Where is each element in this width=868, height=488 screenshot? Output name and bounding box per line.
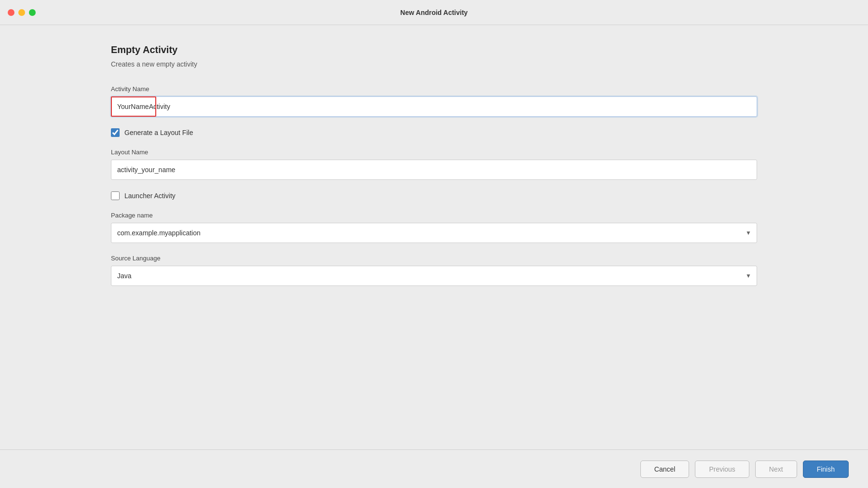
title-bar: New Android Activity <box>0 0 868 25</box>
activity-name-input-wrapper <box>111 96 757 117</box>
package-name-select-wrapper: com.example.myapplication ▼ <box>111 223 757 243</box>
dialog-footer: Cancel Previous Next Finish <box>0 449 868 488</box>
previous-button[interactable]: Previous <box>695 461 749 478</box>
generate-layout-label[interactable]: Generate a Layout File <box>124 129 193 136</box>
package-name-select[interactable]: com.example.myapplication <box>111 223 757 243</box>
activity-name-label: Activity Name <box>111 85 757 93</box>
layout-name-label: Layout Name <box>111 149 757 156</box>
section-subtitle: Creates a new empty activity <box>111 60 757 68</box>
close-button[interactable] <box>8 9 14 16</box>
package-name-label: Package name <box>111 212 757 219</box>
generate-layout-group: Generate a Layout File <box>111 128 757 137</box>
section-title: Empty Activity <box>111 44 757 55</box>
activity-name-group: Activity Name <box>111 85 757 117</box>
maximize-button[interactable] <box>29 9 36 16</box>
source-language-group: Source Language Java Kotlin ▼ <box>111 255 757 286</box>
layout-name-input[interactable] <box>111 160 757 180</box>
source-language-select[interactable]: Java Kotlin <box>111 266 757 286</box>
window-controls <box>8 9 36 16</box>
dialog-title: New Android Activity <box>400 9 468 16</box>
activity-name-input[interactable] <box>111 96 757 117</box>
cancel-button[interactable]: Cancel <box>640 461 690 478</box>
generate-layout-checkbox[interactable] <box>111 128 120 137</box>
source-language-select-wrapper: Java Kotlin ▼ <box>111 266 757 286</box>
package-name-group: Package name com.example.myapplication ▼ <box>111 212 757 243</box>
dialog-body: Empty Activity Creates a new empty activ… <box>0 25 868 488</box>
finish-button[interactable]: Finish <box>803 461 849 478</box>
layout-name-group: Layout Name <box>111 149 757 180</box>
minimize-button[interactable] <box>18 9 25 16</box>
source-language-label: Source Language <box>111 255 757 262</box>
launcher-activity-group: Launcher Activity <box>111 191 757 200</box>
launcher-activity-checkbox[interactable] <box>111 191 120 200</box>
launcher-activity-label[interactable]: Launcher Activity <box>124 192 176 200</box>
next-button[interactable]: Next <box>755 461 797 478</box>
